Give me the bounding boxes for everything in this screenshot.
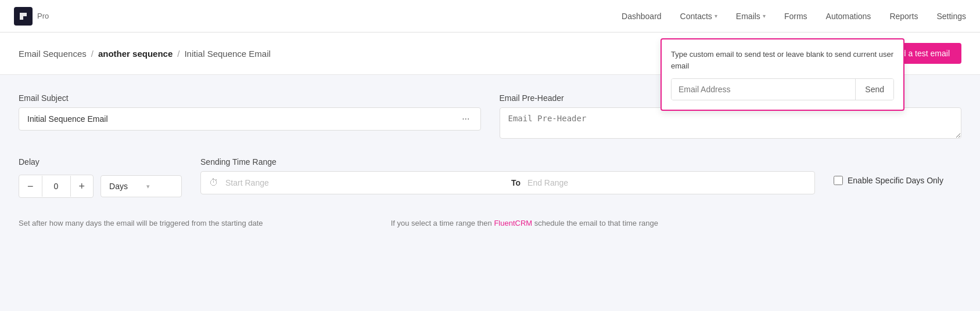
breadcrumb-another-sequence[interactable]: another sequence (98, 49, 173, 59)
delay-helper-group: Set after how many days the email will b… (19, 214, 372, 229)
sending-time-label: Sending Time Range (200, 157, 815, 167)
start-range-placeholder[interactable]: Start Range (225, 178, 504, 187)
nav-contacts[interactable]: Contacts ▾ (680, 2, 717, 30)
popup-email-row: Send (671, 78, 894, 100)
sending-time-helper-group: If you select a time range then FluentCR… (391, 214, 815, 229)
helper-text-suffix: schedule the email to that time range (532, 219, 658, 227)
dots-menu-button[interactable]: ··· (460, 114, 472, 124)
helper-texts-row: Set after how many days the email will b… (19, 214, 961, 229)
nav-automations[interactable]: Automations (826, 2, 871, 30)
sending-time-group: Sending Time Range ⏱ Start Range To End … (200, 157, 815, 198)
delay-decrease-button[interactable]: − (19, 175, 42, 197)
pro-label: Pro (37, 12, 49, 20)
nav-reports[interactable]: Reports (889, 2, 918, 30)
email-subject-field-wrapper: ··· (19, 107, 481, 131)
chevron-down-icon: ▾ (146, 183, 150, 190)
nav-dashboard[interactable]: Dashboard (622, 2, 662, 30)
email-preheader-input[interactable] (500, 107, 962, 139)
delay-time-row: Delay − 0 + Days ▾ Sending Time Range ⏱ … (19, 157, 961, 198)
email-address-input[interactable] (672, 79, 855, 100)
navbar-links: Dashboard Contacts ▾ Emails ▾ Forms Auto… (622, 2, 966, 30)
breadcrumb-sep2: / (177, 49, 180, 59)
breadcrumb: Email Sequences / another sequence / Ini… (19, 49, 271, 59)
delay-label: Delay (19, 157, 182, 167)
enable-specific-days-checkbox[interactable] (834, 176, 843, 185)
nav-settings[interactable]: Settings (936, 2, 966, 30)
logo: Pro (14, 7, 49, 26)
breadcrumb-sep1: / (91, 49, 94, 59)
specific-days-group: Enable Specific Days Only (834, 157, 961, 198)
email-subject-group: Email Subject ··· (19, 93, 481, 141)
helper-text-brand: FluentCRM (494, 219, 532, 227)
end-range-placeholder[interactable]: End Range (527, 178, 806, 187)
chevron-down-icon: ▾ (715, 13, 717, 19)
enable-specific-days-label: Enable Specific Days Only (848, 176, 943, 185)
popup-send-button[interactable]: Send (855, 79, 893, 100)
delay-unit-select[interactable]: Days ▾ (100, 175, 182, 197)
breadcrumb-bar: Email Sequences / another sequence / Ini… (0, 32, 980, 75)
breadcrumb-current: Initial Sequence Email (184, 49, 270, 59)
email-subject-label: Email Subject (19, 93, 481, 103)
delay-value: 0 (42, 176, 71, 197)
nav-forms[interactable]: Forms (784, 2, 807, 30)
navbar: Pro Dashboard Contacts ▾ Emails ▾ Forms … (0, 0, 980, 32)
clock-icon: ⏱ (209, 178, 218, 188)
sending-time-helper-text: If you select a time range then FluentCR… (391, 218, 815, 229)
delay-control: − 0 + (19, 175, 94, 198)
chevron-down-icon: ▾ (763, 13, 766, 19)
logo-icon (14, 7, 33, 26)
delay-helper-text: Set after how many days the email will b… (19, 218, 372, 229)
to-label: To (511, 178, 520, 187)
delay-increase-button[interactable]: + (71, 175, 94, 197)
helper-text-prefix: If you select a time range then (391, 219, 494, 227)
time-range-control: ⏱ Start Range To End Range (200, 171, 815, 194)
test-email-popup: Type custom email to send test or leave … (660, 38, 904, 111)
breadcrumb-email-sequences[interactable]: Email Sequences (19, 49, 87, 59)
delay-unit-value: Days (109, 182, 128, 191)
popup-description: Type custom email to send test or leave … (671, 49, 894, 71)
nav-emails[interactable]: Emails ▾ (736, 2, 766, 30)
email-subject-input[interactable] (27, 114, 460, 124)
